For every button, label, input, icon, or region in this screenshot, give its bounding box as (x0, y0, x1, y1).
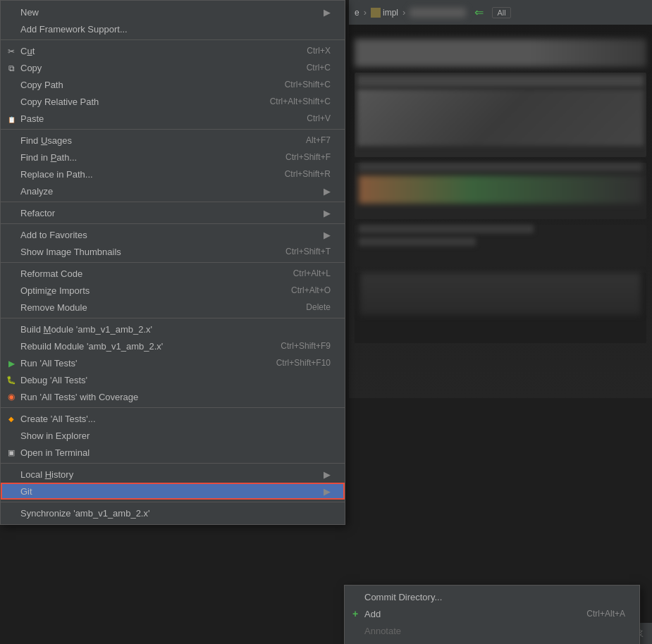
git-submenu: Commit Directory... + Add Ctrl+Alt+A Ann… (344, 585, 640, 644)
debug-icon: 🐛 (5, 376, 18, 385)
menu-item-rebuild[interactable]: Rebuild Module 'amb_v1_amb_2.x' Ctrl+Shi… (1, 338, 345, 354)
context-menu: New ▶ Add Framework Support... Cut Ctrl+… (0, 0, 345, 525)
menu-item-refactor[interactable]: Refactor ▶ (1, 204, 345, 221)
menu-item-paste-shortcut: Ctrl+V (307, 113, 331, 123)
menu-item-image-shortcut: Ctrl+Shift+T (285, 247, 331, 256)
submenu-annotate-label: Annotate (364, 626, 401, 636)
menu-item-coverage[interactable]: ◉ Run 'All Tests' with Coverage (1, 388, 345, 405)
menu-item-local-history-label: Local History (20, 469, 318, 480)
menu-item-copy[interactable]: Copy Ctrl+C (1, 59, 345, 76)
analyze-arrow-icon: ▶ (324, 186, 331, 197)
menu-item-run-label: Run 'All Tests' (20, 358, 262, 369)
menu-item-rebuild-label: Rebuild Module 'amb_v1_amb_2.x' (20, 341, 266, 352)
menu-item-add-framework[interactable]: Add Framework Support... (1, 20, 345, 37)
git-arrow-icon: ▶ (324, 486, 331, 497)
code-area (349, 25, 652, 398)
menu-item-local-history[interactable]: Local History ▶ (1, 466, 345, 483)
menu-item-remove-label: Remove Module (20, 302, 292, 313)
menu-item-copy-shortcut: Ctrl+C (307, 63, 331, 73)
menu-item-run-shortcut: Ctrl+Shift+F10 (276, 358, 331, 368)
menu-item-copy-relative-path[interactable]: Copy Relative Path Ctrl+Alt+Shift+C (1, 93, 345, 110)
menu-item-cut-shortcut: Ctrl+X (307, 46, 331, 56)
menu-item-copy-label: Copy (20, 63, 293, 73)
menu-item-optimize[interactable]: Optimize Imports Ctrl+Alt+O (1, 282, 345, 299)
menu-item-create-tests[interactable]: ◆ Create 'All Tests'... (1, 410, 345, 427)
menu-item-add-favorites[interactable]: Add to Favorites ▶ (1, 226, 345, 243)
menu-item-synchronize[interactable]: Synchronize 'amb_v1_amb_2.x' (1, 504, 345, 521)
breadcrumb: e (355, 8, 359, 18)
menu-item-copy-relative-shortcut: Ctrl+Alt+Shift+C (270, 97, 331, 106)
menu-item-sync-label: Synchronize 'amb_v1_amb_2.x' (20, 508, 331, 519)
menu-item-cut[interactable]: Cut Ctrl+X (1, 42, 345, 59)
menu-item-coverage-label: Run 'All Tests' with Coverage (20, 392, 331, 402)
menu-item-reformat[interactable]: Reformat Code Ctrl+Alt+L (1, 265, 345, 282)
menu-item-find-usages-shortcut: Alt+F7 (306, 135, 331, 145)
menu-item-show-image[interactable]: Show Image Thumbnails Ctrl+Shift+T (1, 243, 345, 260)
menu-item-create-tests-label: Create 'All Tests'... (20, 414, 331, 424)
menu-item-run-tests[interactable]: Run 'All Tests' Ctrl+Shift+F10 (1, 354, 345, 371)
sep-1 (1, 39, 345, 40)
terminal-icon: ▣ (5, 448, 18, 457)
editor-header: e › impl › ⇐ All (349, 0, 652, 25)
sep-7 (1, 407, 345, 408)
menu-item-remove-shortcut: Delete (306, 302, 331, 312)
submenu-add-label: Add (364, 609, 381, 619)
menu-item-git-label: Git (20, 486, 318, 497)
impl-folder: impl (371, 8, 398, 18)
menu-item-git[interactable]: Git ▶ (1, 483, 345, 500)
menu-item-find-usages-label: Find Usages (20, 135, 292, 146)
submenu-add[interactable]: + Add Ctrl+Alt+A (345, 605, 639, 622)
menu-item-find-usages[interactable]: Find Usages Alt+F7 (1, 132, 345, 149)
menu-item-image-label: Show Image Thumbnails (20, 247, 271, 257)
menu-item-replace-label: Replace in Path... (20, 169, 271, 180)
menu-item-analyze[interactable]: Analyze ▶ (1, 182, 345, 199)
paste-icon (5, 113, 18, 124)
menu-item-copy-path-shortcut: Ctrl+Shift+C (285, 80, 331, 89)
menu-item-add-framework-label: Add Framework Support... (20, 24, 331, 35)
blurred-content-5 (355, 273, 646, 343)
menu-item-build[interactable]: Build Module 'amb_v1_amb_2.x' (1, 321, 345, 338)
file-name-blurred (410, 8, 466, 18)
menu-item-explorer-label: Show in Explorer (20, 431, 331, 441)
menu-item-copy-relative-label: Copy Relative Path (20, 97, 256, 107)
menu-item-reformat-label: Reformat Code (20, 268, 279, 279)
sep-5 (1, 262, 345, 263)
nav-arrow-icon: ⇐ (474, 6, 484, 19)
menu-item-build-label: Build Module 'amb_v1_amb_2.x' (20, 324, 331, 335)
menu-item-replace-in-path[interactable]: Replace in Path... Ctrl+Shift+R (1, 166, 345, 182)
menu-item-open-terminal[interactable]: ▣ Open in Terminal (1, 444, 345, 461)
menu-item-reformat-shortcut: Ctrl+Alt+L (293, 268, 331, 278)
submenu-annotate: Annotate (345, 622, 639, 639)
run-icon (5, 358, 18, 369)
menu-item-optimize-label: Optimize Imports (20, 285, 277, 296)
impl-label: impl (383, 8, 398, 18)
menu-item-replace-shortcut: Ctrl+Shift+R (285, 169, 331, 179)
menu-item-remove-module[interactable]: Remove Module Delete (1, 299, 345, 316)
menu-item-find-path-shortcut: Ctrl+Shift+F (285, 152, 331, 162)
create-tests-icon: ◆ (5, 415, 18, 423)
blurred-content-4 (355, 225, 646, 267)
menu-item-paste-label: Paste (20, 113, 293, 124)
copy-icon (5, 63, 18, 73)
local-history-arrow-icon: ▶ (324, 469, 331, 480)
menu-item-new[interactable]: New ▶ (1, 4, 345, 20)
submenu-commit-dir[interactable]: Commit Directory... (345, 588, 639, 605)
submenu-add-shortcut: Ctrl+Alt+A (586, 609, 625, 619)
menu-item-copy-path-label: Copy Path (20, 80, 271, 90)
refactor-arrow-icon: ▶ (324, 208, 331, 218)
menu-item-debug[interactable]: 🐛 Debug 'All Tests' (1, 371, 345, 388)
scissors-icon (5, 46, 18, 56)
menu-item-rebuild-shortcut: Ctrl+Shift+F9 (281, 341, 331, 351)
blurred-content-2 (355, 73, 646, 157)
menu-item-show-explorer[interactable]: Show in Explorer (1, 427, 345, 444)
menu-item-optimize-shortcut: Ctrl+Alt+O (291, 285, 331, 295)
sep-3 (1, 202, 345, 202)
menu-item-copy-path[interactable]: Copy Path Ctrl+Shift+C (1, 76, 345, 93)
menu-item-find-in-path[interactable]: Find in Path... Ctrl+Shift+F (1, 149, 345, 166)
all-badge: All (492, 7, 510, 18)
blurred-content-1 (355, 39, 646, 67)
menu-item-paste[interactable]: Paste Ctrl+V (1, 110, 345, 127)
menu-item-find-path-label: Find in Path... (20, 152, 271, 163)
plus-icon: + (349, 608, 362, 619)
sep-6 (1, 318, 345, 318)
